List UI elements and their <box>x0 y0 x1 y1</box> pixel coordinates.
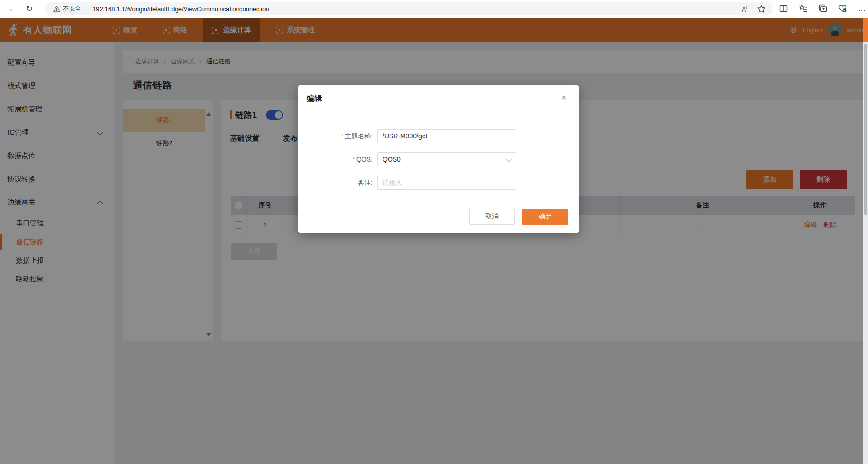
topic-label: *主题名称: <box>308 132 373 141</box>
remark-input-box <box>377 176 516 190</box>
form-row-remark: 备注: <box>298 176 579 190</box>
divider <box>87 6 87 12</box>
favorites-bar-icon[interactable] <box>799 4 808 13</box>
required-asterisk: * <box>341 132 343 140</box>
topic-input-box <box>377 129 516 143</box>
confirm-button[interactable]: 确定 <box>522 209 568 225</box>
dialog-title: 编辑 <box>307 93 322 104</box>
form-row-qos: *QOS: QOS0 <box>298 152 579 166</box>
close-icon[interactable]: × <box>558 92 569 103</box>
address-bar[interactable]: 不安全 192.168.1.1/#/origin/defaultEdge/Vie… <box>45 2 772 15</box>
browser-reload-icon[interactable]: ↻ <box>23 3 35 14</box>
browser-chrome: ← ↻ 不安全 192.168.1.1/#/origin/defaultEdge… <box>0 0 868 18</box>
favorite-star-icon[interactable] <box>757 4 766 14</box>
edit-dialog: 编辑 × *主题名称: *QOS: QOS0 备注: 取消 确定 <box>298 85 579 233</box>
screen: ← ↻ 不安全 192.168.1.1/#/origin/defaultEdge… <box>0 0 868 464</box>
read-aloud-icon[interactable]: A) <box>742 5 747 13</box>
url-text[interactable]: 192.168.1.1/#/origin/defaultEdge/ViewCom… <box>93 6 269 13</box>
form-row-topic: *主题名称: <box>298 129 579 143</box>
browser-essentials-icon[interactable] <box>838 4 847 13</box>
split-screen-icon[interactable] <box>779 4 788 13</box>
security-label: 不安全 <box>63 5 81 13</box>
scrollbar-thumb[interactable] <box>864 44 867 215</box>
chevron-down-icon <box>506 157 512 163</box>
topic-input[interactable] <box>378 130 516 143</box>
qos-label: *QOS: <box>308 156 373 163</box>
modal-backdrop[interactable] <box>0 18 863 464</box>
required-asterisk: * <box>353 156 355 163</box>
collections-icon[interactable] <box>818 4 827 13</box>
remark-label: 备注: <box>308 179 373 187</box>
qos-select[interactable]: QOS0 <box>377 152 516 166</box>
page-scrollbar[interactable] <box>863 42 868 464</box>
browser-menu-icon[interactable]: … <box>857 4 867 13</box>
not-secure-warning-icon <box>53 6 60 12</box>
remark-input[interactable] <box>378 176 516 189</box>
cancel-button[interactable]: 取消 <box>469 209 515 225</box>
qos-selected-value: QOS0 <box>383 156 401 163</box>
browser-back-icon[interactable]: ← <box>7 3 19 14</box>
